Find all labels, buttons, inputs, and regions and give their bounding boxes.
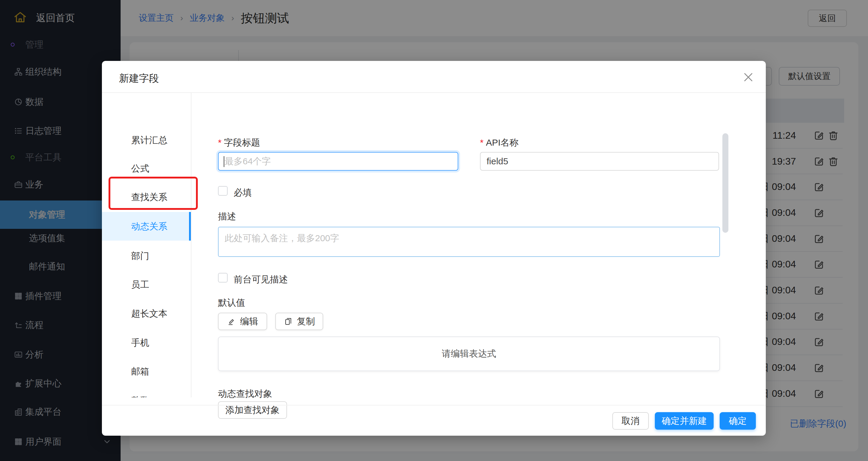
field-type-tab[interactable]: 动态关系 <box>102 212 191 241</box>
close-icon[interactable] <box>742 70 755 84</box>
frontend-visible-checkbox-label: 前台可见描述 <box>234 273 288 286</box>
tab-label: 部门 <box>131 250 149 262</box>
frontend-visible-checkbox[interactable] <box>218 273 228 282</box>
field-type-tab[interactable]: 累计汇总 <box>102 126 191 154</box>
dynamic-lookup-label: 动态查找对象 <box>218 388 272 400</box>
field-type-tab[interactable]: 员工 <box>102 270 191 299</box>
edit-default-button[interactable]: 编辑 <box>218 313 267 330</box>
modal-body: 累计汇总公式查找关系动态关系部门员工超长文本手机邮箱整数多选 *字段标题 *AP… <box>102 93 766 405</box>
description-textarea[interactable] <box>218 227 720 257</box>
cancel-button[interactable]: 取消 <box>612 412 649 430</box>
tab-label: 手机 <box>131 336 149 349</box>
field-type-tab[interactable]: 查找关系 <box>102 183 191 211</box>
new-field-modal: 新建字段 累计汇总公式查找关系动态关系部门员工超长文本手机邮箱整数多选 *字段标… <box>102 61 766 436</box>
text-caret <box>224 156 224 167</box>
field-title-label: *字段标题 <box>218 136 260 149</box>
field-type-tab[interactable]: 整数 <box>102 386 191 397</box>
required-asterisk: * <box>218 137 222 148</box>
tab-label: 邮箱 <box>131 365 149 377</box>
field-type-tab[interactable]: 公式 <box>102 154 191 183</box>
description-label: 描述 <box>218 211 236 223</box>
modal-footer: 取消 确定并新建 确定 <box>102 405 766 436</box>
expression-box[interactable]: 请编辑表达式 <box>218 336 720 371</box>
tab-label: 查找关系 <box>131 191 167 203</box>
copy-default-button[interactable]: 复制 <box>275 313 323 330</box>
expression-placeholder: 请编辑表达式 <box>442 348 496 360</box>
confirm-and-new-button[interactable]: 确定并新建 <box>655 412 714 430</box>
tab-label: 公式 <box>131 162 149 175</box>
modal-scrollbar[interactable] <box>722 133 728 233</box>
tab-label: 员工 <box>131 278 149 290</box>
field-type-tab[interactable]: 超长文本 <box>102 299 191 328</box>
api-name-input[interactable] <box>480 152 719 171</box>
app-root: 返回首页 管理组织结构数据日志管理平台工具业务对象管理选项值集邮件通知插件管理流… <box>0 0 868 461</box>
tab-label: 超长文本 <box>131 307 167 319</box>
field-type-tabs: 累计汇总公式查找关系动态关系部门员工超长文本手机邮箱整数多选 <box>102 93 191 397</box>
modal-title: 新建字段 <box>119 72 159 85</box>
tab-label: 整数 <box>131 394 149 397</box>
active-tab-indicator <box>189 212 191 241</box>
required-asterisk: * <box>480 137 484 148</box>
copy-icon <box>284 317 293 326</box>
field-type-tab[interactable]: 手机 <box>102 328 191 357</box>
tab-label: 累计汇总 <box>131 134 167 146</box>
tab-label: 动态关系 <box>131 220 167 233</box>
field-title-input[interactable] <box>218 152 458 171</box>
pencil-icon <box>227 317 236 326</box>
field-type-tab[interactable]: 部门 <box>102 242 191 270</box>
confirm-button[interactable]: 确定 <box>720 412 756 430</box>
field-type-tab[interactable]: 邮箱 <box>102 357 191 386</box>
default-value-label: 默认值 <box>218 297 245 309</box>
modal-header: 新建字段 <box>102 61 766 93</box>
api-name-label: *API名称 <box>480 136 519 149</box>
required-checkbox[interactable] <box>218 186 228 196</box>
required-checkbox-label: 必填 <box>234 187 252 199</box>
